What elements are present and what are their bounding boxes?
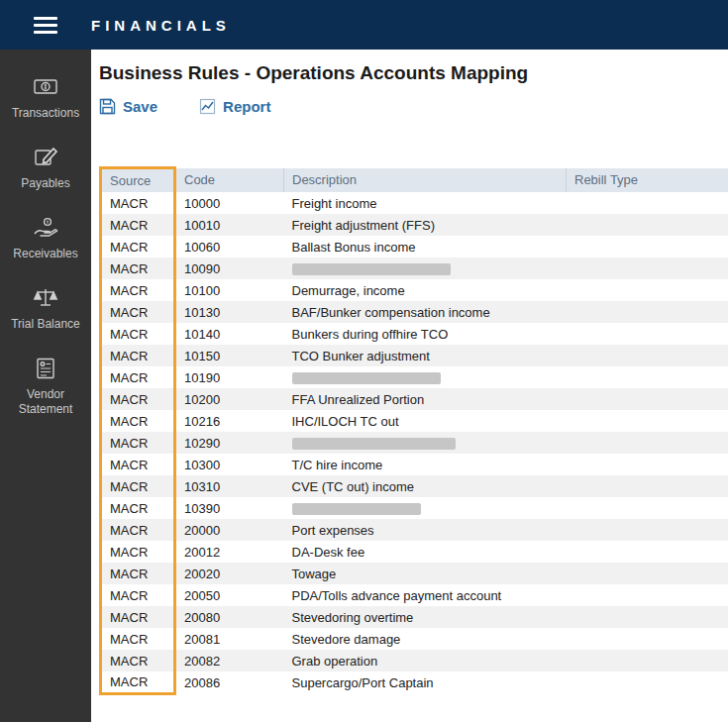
sidebar-item-trial-balance[interactable]: Trial Balance bbox=[0, 274, 91, 345]
save-button[interactable]: Save bbox=[99, 98, 157, 115]
cell-code: 20012 bbox=[175, 541, 284, 563]
redacted-text-box bbox=[292, 263, 451, 275]
table-row[interactable]: MACR 10000 Freight income bbox=[101, 192, 728, 214]
sidebar-item-vendor-statement[interactable]: Vendor Statement bbox=[0, 345, 91, 430]
cell-description bbox=[284, 497, 567, 519]
table-row[interactable]: MACR 10060 Ballast Bonus income bbox=[101, 236, 728, 258]
cell-description: Freight income bbox=[284, 192, 567, 214]
cell-description: BAF/Bunker compensation income bbox=[284, 301, 567, 323]
cell-code: 10010 bbox=[175, 214, 284, 236]
cell-source: MACR bbox=[101, 388, 175, 410]
cell-rebill-type bbox=[567, 214, 728, 236]
cell-description: T/C hire income bbox=[284, 454, 567, 475]
cell-code: 10140 bbox=[175, 323, 284, 345]
cell-description: Supercargo/Port Captain bbox=[284, 671, 567, 694]
cell-code: 20081 bbox=[175, 628, 284, 650]
cell-source: MACR bbox=[101, 497, 175, 519]
cell-description: IHC/ILOCH TC out bbox=[284, 410, 567, 432]
cell-source: MACR bbox=[101, 301, 175, 323]
cell-rebill-type bbox=[567, 388, 728, 410]
cell-rebill-type bbox=[567, 475, 728, 497]
cell-rebill-type bbox=[567, 410, 728, 432]
redacted-text-box bbox=[292, 438, 456, 450]
cell-description: Freight adjustment (FFS) bbox=[284, 214, 567, 236]
cell-source: MACR bbox=[101, 410, 175, 432]
cell-rebill-type bbox=[567, 563, 728, 584]
cell-source: MACR bbox=[101, 192, 175, 214]
hamburger-menu-icon[interactable] bbox=[0, 17, 91, 34]
redacted-text-box bbox=[292, 503, 421, 515]
cell-description: FFA Unrealized Portion bbox=[284, 388, 567, 410]
table-row[interactable]: MACR 10090 bbox=[101, 258, 728, 279]
sidebar: Transactions Payables Receivables bbox=[0, 50, 91, 722]
table-row[interactable]: MACR 10390 bbox=[101, 497, 728, 519]
cell-rebill-type bbox=[567, 301, 728, 323]
sidebar-item-label: Receivables bbox=[13, 247, 77, 261]
cell-description: Grab operation bbox=[284, 650, 567, 671]
cell-rebill-type bbox=[567, 258, 728, 279]
report-button[interactable]: Report bbox=[199, 98, 270, 115]
trial-balance-scale-icon bbox=[32, 286, 59, 310]
cell-rebill-type bbox=[567, 650, 728, 671]
cell-rebill-type bbox=[567, 584, 728, 606]
cell-rebill-type bbox=[567, 279, 728, 301]
table-row[interactable]: MACR 10130 BAF/Bunker compensation incom… bbox=[101, 301, 728, 323]
sidebar-item-label: Payables bbox=[21, 176, 69, 191]
sidebar-item-transactions[interactable]: Transactions bbox=[0, 63, 91, 134]
cell-source: MACR bbox=[101, 650, 175, 671]
toolbar: Save Report bbox=[99, 98, 728, 115]
save-floppy-icon bbox=[99, 98, 116, 115]
cell-rebill-type bbox=[567, 192, 728, 214]
table-row[interactable]: MACR 20082 Grab operation bbox=[101, 650, 728, 671]
cell-source: MACR bbox=[101, 671, 175, 694]
cell-rebill-type bbox=[567, 236, 728, 258]
table-row[interactable]: MACR 10190 bbox=[101, 366, 728, 388]
cell-source: MACR bbox=[101, 628, 175, 650]
table-header-row: Source Code Description Rebill Type bbox=[101, 168, 728, 193]
sidebar-item-payables[interactable]: Payables bbox=[0, 134, 91, 204]
table-row[interactable]: MACR 10140 Bunkers during offhire TCO bbox=[101, 323, 728, 345]
cell-description: Ballast Bonus income bbox=[284, 236, 567, 258]
table-row[interactable]: MACR 10300 T/C hire income bbox=[101, 454, 728, 475]
cell-rebill-type bbox=[567, 519, 728, 541]
cell-description: TCO Bunker adjustment bbox=[284, 345, 567, 366]
transactions-money-icon bbox=[32, 75, 59, 99]
cell-source: MACR bbox=[101, 541, 175, 563]
cell-code: 10300 bbox=[175, 454, 284, 475]
cell-source: MACR bbox=[101, 345, 175, 366]
column-header-description[interactable]: Description bbox=[284, 168, 567, 193]
cell-code: 10000 bbox=[175, 192, 284, 214]
table-row[interactable]: MACR 10010 Freight adjustment (FFS) bbox=[101, 214, 728, 236]
report-button-label: Report bbox=[223, 98, 270, 115]
table-row[interactable]: MACR 20086 Supercargo/Port Captain bbox=[101, 671, 728, 694]
main-content: Business Rules - Operations Accounts Map… bbox=[91, 50, 728, 722]
cell-source: MACR bbox=[101, 454, 175, 475]
table-row[interactable]: MACR 20081 Stevedore damage bbox=[101, 628, 728, 650]
cell-rebill-type bbox=[567, 323, 728, 345]
cell-description bbox=[284, 432, 567, 454]
cell-code: 10290 bbox=[175, 432, 284, 454]
cell-code: 20000 bbox=[175, 519, 284, 541]
cell-source: MACR bbox=[101, 432, 175, 454]
column-header-source[interactable]: Source bbox=[101, 168, 175, 193]
cell-rebill-type bbox=[567, 497, 728, 519]
table-row[interactable]: MACR 10150 TCO Bunker adjustment bbox=[101, 345, 728, 366]
cell-description: Demurrage, income bbox=[284, 279, 567, 301]
sidebar-item-receivables[interactable]: Receivables bbox=[0, 204, 91, 274]
table-row[interactable]: MACR 20080 Stevedoring overtime bbox=[101, 606, 728, 628]
table-row[interactable]: MACR 10100 Demurrage, income bbox=[101, 279, 728, 301]
column-header-rebill-type[interactable]: Rebill Type bbox=[567, 168, 728, 193]
column-header-code[interactable]: Code bbox=[175, 168, 284, 193]
accounts-mapping-table: Source Code Description Rebill Type MACR… bbox=[99, 166, 728, 695]
table-row[interactable]: MACR 10216 IHC/ILOCH TC out bbox=[101, 410, 728, 432]
cell-description: Bunkers during offhire TCO bbox=[284, 323, 567, 345]
receivables-hand-coin-icon bbox=[32, 216, 59, 240]
table-row[interactable]: MACR 10290 bbox=[101, 432, 728, 454]
table-row[interactable]: MACR 20020 Towage bbox=[101, 563, 728, 584]
table-row[interactable]: MACR 10310 CVE (TC out) income bbox=[101, 475, 728, 497]
table-row[interactable]: MACR 10200 FFA Unrealized Portion bbox=[101, 388, 728, 410]
table-row[interactable]: MACR 20050 PDA/Tolls advance payment acc… bbox=[101, 584, 728, 606]
table-row[interactable]: MACR 20000 Port expenses bbox=[101, 519, 728, 541]
cell-description: PDA/Tolls advance payment account bbox=[284, 584, 567, 606]
table-row[interactable]: MACR 20012 DA-Desk fee bbox=[101, 541, 728, 563]
